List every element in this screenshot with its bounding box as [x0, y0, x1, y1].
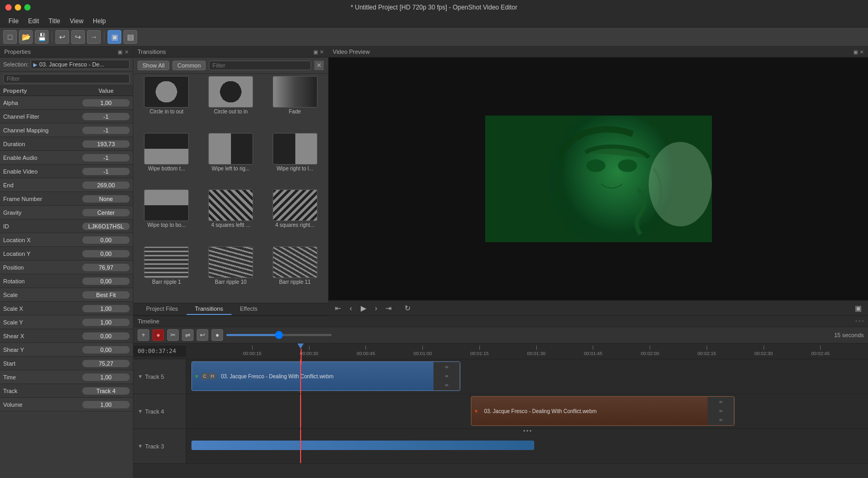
- vc-prev-frame[interactable]: ‹: [348, 303, 354, 313]
- menu-edit[interactable]: Edit: [24, 16, 43, 26]
- prop-row-time: Time 1,00: [0, 370, 133, 384]
- transition-item[interactable]: Wipe top to bo...: [136, 189, 198, 244]
- tl-record[interactable]: ●: [152, 329, 164, 341]
- tab-transitions[interactable]: Transitions: [187, 303, 232, 315]
- prop-value[interactable]: LJK6O17HSL: [82, 223, 130, 230]
- prop-name: Start: [3, 360, 82, 367]
- selection-bar: Selection: ▶ 03. Jacque Fresco - De...: [0, 58, 133, 72]
- vc-fullscreen[interactable]: ▣: [853, 303, 864, 313]
- prop-value[interactable]: 1,00: [82, 319, 130, 326]
- prop-value[interactable]: 0,00: [82, 250, 130, 257]
- prop-value[interactable]: Best Fit: [82, 291, 130, 299]
- transition-item[interactable]: Barr ripple 11: [264, 246, 326, 301]
- prop-value[interactable]: 1,00: [82, 401, 130, 408]
- view-mode-button[interactable]: ▣: [108, 30, 121, 44]
- clip-5-icons: ▼ C H: [192, 373, 218, 379]
- prop-value[interactable]: 1,00: [82, 305, 130, 312]
- clip-track4[interactable]: ▼ 03. Jacque Fresco - Dealing With Confl…: [471, 396, 735, 426]
- transitions-panel: Transitions ▣ ✕ Show All Common ✕ Circle…: [133, 46, 329, 316]
- clip-track5[interactable]: ▼ C H 03. Jacque Fresco - Dealing With C…: [191, 361, 460, 391]
- menu-help[interactable]: Help: [89, 16, 110, 26]
- ruler-mark-label: 00:00:15: [243, 351, 262, 356]
- prop-value[interactable]: 0,00: [82, 332, 130, 340]
- transition-item[interactable]: Barr ripple 1: [136, 246, 198, 301]
- tab-project-files[interactable]: Project Files: [138, 303, 187, 315]
- tl-scissors[interactable]: ✂: [167, 329, 179, 341]
- vc-play[interactable]: ▶: [359, 303, 369, 313]
- prop-value[interactable]: -1: [82, 127, 130, 134]
- tl-undo[interactable]: ↩: [197, 329, 208, 341]
- undo-button[interactable]: ↩: [55, 30, 69, 44]
- prop-value[interactable]: 1,00: [82, 374, 130, 381]
- show-all-button[interactable]: Show All: [138, 61, 169, 70]
- transition-item[interactable]: Circle out to in: [200, 76, 262, 131]
- panel-icon-1[interactable]: ▣: [118, 49, 122, 55]
- zoom-slider[interactable]: [226, 334, 332, 336]
- import-button[interactable]: →: [87, 30, 101, 44]
- transitions-icon-2[interactable]: ✕: [320, 49, 324, 55]
- transition-item[interactable]: Wipe bottom t...: [136, 133, 198, 188]
- transition-item[interactable]: Barr ripple 10: [200, 246, 262, 301]
- transition-item[interactable]: Fade: [264, 76, 326, 131]
- track-4-arrow: ▼: [138, 408, 143, 414]
- vc-next-frame[interactable]: ›: [373, 303, 380, 313]
- tab-effects[interactable]: Effects: [232, 303, 266, 315]
- tl-jump[interactable]: ●: [211, 329, 223, 341]
- panel-icon-2[interactable]: ✕: [124, 49, 129, 55]
- menu-view[interactable]: View: [65, 16, 88, 26]
- prop-value[interactable]: None: [82, 195, 130, 203]
- video-preview-icon-1[interactable]: ▣: [853, 49, 858, 55]
- prop-value[interactable]: Center: [82, 209, 130, 216]
- properties-panel-header: Properties ▣ ✕: [0, 46, 133, 58]
- transition-item[interactable]: 4 squares right...: [264, 189, 326, 244]
- transition-item[interactable]: 4 squares leftt ...: [200, 189, 262, 244]
- vc-loop[interactable]: ↻: [402, 303, 413, 313]
- track-3-clip[interactable]: [191, 441, 534, 450]
- tl-add-track[interactable]: +: [138, 329, 149, 341]
- redo-button[interactable]: ↪: [71, 30, 85, 44]
- new-button[interactable]: □: [3, 30, 17, 44]
- prop-name: Gravity: [3, 209, 82, 216]
- filter-input[interactable]: [3, 74, 130, 83]
- ruler-mark-line: [365, 346, 366, 350]
- prop-value[interactable]: 0,00: [82, 236, 130, 244]
- open-button[interactable]: 📂: [19, 30, 33, 44]
- vc-skip-start[interactable]: ⇤: [333, 303, 343, 313]
- close-button[interactable]: [5, 4, 12, 11]
- prop-value[interactable]: 0,00: [82, 278, 130, 285]
- prop-value[interactable]: 76,97: [82, 264, 130, 271]
- maximize-button[interactable]: [24, 4, 31, 11]
- ruler-mark-label: 00:01:45: [584, 351, 602, 356]
- prop-value[interactable]: 1,00: [82, 99, 130, 107]
- prop-value[interactable]: -1: [82, 154, 130, 161]
- vc-skip-end[interactable]: ⇥: [383, 303, 394, 313]
- prop-value[interactable]: 0,00: [82, 346, 130, 353]
- transition-item[interactable]: Wipe left to rig...: [200, 133, 262, 188]
- prop-row-channel-filter: Channel Filter -1: [0, 110, 133, 123]
- menu-title[interactable]: Title: [44, 16, 64, 26]
- prop-value[interactable]: -1: [82, 113, 130, 120]
- transition-item[interactable]: Wipe right to l...: [264, 133, 326, 188]
- prop-value[interactable]: -1: [82, 168, 130, 175]
- transitions-icon-1[interactable]: ▣: [313, 49, 318, 55]
- transitions-clear-button[interactable]: ✕: [314, 61, 324, 70]
- prop-value[interactable]: 269,00: [82, 181, 130, 189]
- save-button[interactable]: 💾: [35, 30, 49, 44]
- tl-arrows[interactable]: ⇌: [182, 329, 194, 341]
- video-preview-icon-2[interactable]: ✕: [860, 49, 864, 55]
- view-mode-2-button[interactable]: ▤: [123, 30, 137, 44]
- prop-value[interactable]: 75,27: [82, 360, 130, 367]
- transition-thumb: [273, 189, 317, 221]
- transitions-search-input[interactable]: [209, 61, 311, 70]
- minimize-button[interactable]: [15, 4, 21, 11]
- transition-thumb: [144, 246, 189, 278]
- window-title: * Untitled Project [HD 720p 30 fps] - Op…: [351, 4, 517, 11]
- transition-item[interactable]: Circle in to out: [136, 76, 198, 131]
- ruler-mark-line: [479, 346, 480, 350]
- prop-value[interactable]: Track 4: [82, 387, 130, 395]
- film-hole: [719, 410, 722, 412]
- prop-value[interactable]: 193,73: [82, 140, 130, 148]
- selection-value[interactable]: ▶ 03. Jacque Fresco - De...: [31, 60, 130, 69]
- menu-file[interactable]: File: [4, 16, 23, 26]
- common-button[interactable]: Common: [172, 61, 206, 70]
